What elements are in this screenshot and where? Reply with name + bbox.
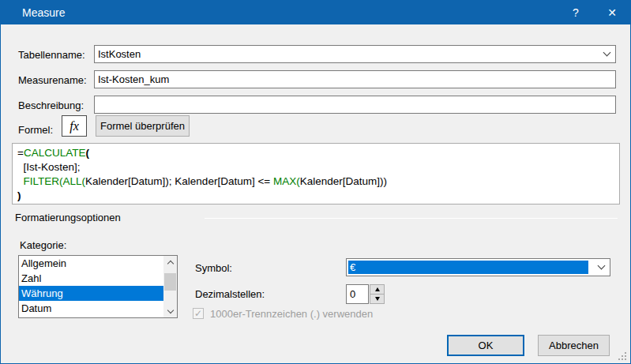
thousands-checkbox-label: 1000er-Trennzeichen (.) verwenden bbox=[210, 308, 373, 320]
section-separator bbox=[205, 218, 618, 219]
ok-button-label: OK bbox=[479, 340, 494, 351]
ok-button[interactable]: OK bbox=[447, 335, 524, 356]
measure-name-input[interactable] bbox=[95, 71, 615, 88]
close-button[interactable]: ✕ bbox=[594, 1, 630, 24]
cancel-button[interactable]: Abbrechen bbox=[538, 335, 610, 356]
arrow-down-icon bbox=[375, 297, 380, 301]
scroll-down-button[interactable] bbox=[163, 305, 177, 317]
measure-dialog: Measure ? ✕ Tabellenname: Measurename: B… bbox=[0, 0, 631, 364]
measure-name-field[interactable] bbox=[94, 70, 616, 88]
decimals-label: Dezimalstellen: bbox=[195, 288, 265, 300]
symbol-selected-value: € bbox=[348, 261, 588, 274]
arrow-up-icon bbox=[375, 287, 380, 291]
scrollbar-thumb[interactable] bbox=[164, 273, 176, 291]
chevron-down-icon bbox=[597, 262, 605, 270]
category-scrollbar[interactable] bbox=[163, 256, 177, 317]
titlebar-buttons: ? ✕ bbox=[558, 1, 630, 24]
symbol-label: Symbol: bbox=[195, 262, 232, 274]
thousands-checkbox[interactable]: ✓ bbox=[193, 308, 204, 319]
category-label: Kategorie: bbox=[20, 239, 66, 251]
help-button[interactable]: ? bbox=[558, 1, 594, 24]
chevron-down-icon bbox=[603, 49, 610, 57]
chevron-down-icon bbox=[167, 306, 173, 313]
category-listbox-items: AllgemeinZahlWährungDatum bbox=[19, 256, 163, 317]
description-input[interactable] bbox=[95, 96, 615, 113]
window-title: Measure bbox=[22, 6, 65, 19]
table-name-dropdown-button[interactable] bbox=[599, 47, 614, 62]
category-listbox[interactable]: AllgemeinZahlWährungDatum bbox=[18, 255, 178, 318]
measure-name-label: Measurename: bbox=[18, 74, 87, 86]
decimals-stepper bbox=[370, 284, 385, 304]
fx-icon: fx bbox=[69, 119, 79, 133]
formula-line: FILTER(ALL(Kalender[Datum]); Kalender[Da… bbox=[17, 174, 614, 189]
insert-function-button[interactable]: fx bbox=[62, 115, 87, 137]
decimals-input[interactable] bbox=[347, 285, 368, 303]
cancel-button-label: Abbrechen bbox=[549, 340, 599, 351]
scroll-up-button[interactable] bbox=[163, 256, 177, 268]
formula-line: [Ist-Kosten]; bbox=[17, 160, 614, 174]
category-option[interactable]: Datum bbox=[19, 301, 163, 316]
category-option[interactable]: Zahl bbox=[19, 271, 163, 286]
check-formula-label: Formel überprüfen bbox=[100, 120, 185, 132]
formula-line: =CALCULATE( bbox=[17, 146, 614, 160]
decimals-decrement-button[interactable] bbox=[370, 295, 384, 304]
titlebar[interactable]: Measure ? ✕ bbox=[1, 1, 630, 24]
description-label: Beschreibung: bbox=[18, 99, 84, 111]
formatting-section-title: Formatierungsoptionen bbox=[15, 212, 121, 223]
check-formula-button[interactable]: Formel überprüfen bbox=[96, 115, 190, 137]
category-option[interactable]: Allgemein bbox=[19, 256, 163, 271]
checkmark-icon: ✓ bbox=[194, 309, 202, 318]
description-field[interactable] bbox=[94, 96, 616, 114]
formula-label: Formel: bbox=[18, 124, 53, 136]
category-option[interactable]: Währung bbox=[19, 286, 163, 301]
symbol-combobox[interactable]: € bbox=[346, 258, 610, 276]
formula-line: ) bbox=[17, 189, 614, 203]
symbol-dropdown-button[interactable] bbox=[593, 260, 609, 275]
table-name-input[interactable] bbox=[95, 46, 615, 62]
decimals-increment-button[interactable] bbox=[370, 285, 384, 295]
chevron-up-icon bbox=[167, 260, 173, 266]
table-name-combobox[interactable] bbox=[94, 45, 616, 63]
formula-editor[interactable]: =CALCULATE( [Ist-Kosten]; FILTER(ALL(Kal… bbox=[12, 143, 620, 205]
table-name-label: Tabellenname: bbox=[18, 49, 85, 61]
decimals-field[interactable] bbox=[346, 284, 369, 304]
resize-grip[interactable] bbox=[625, 358, 626, 360]
